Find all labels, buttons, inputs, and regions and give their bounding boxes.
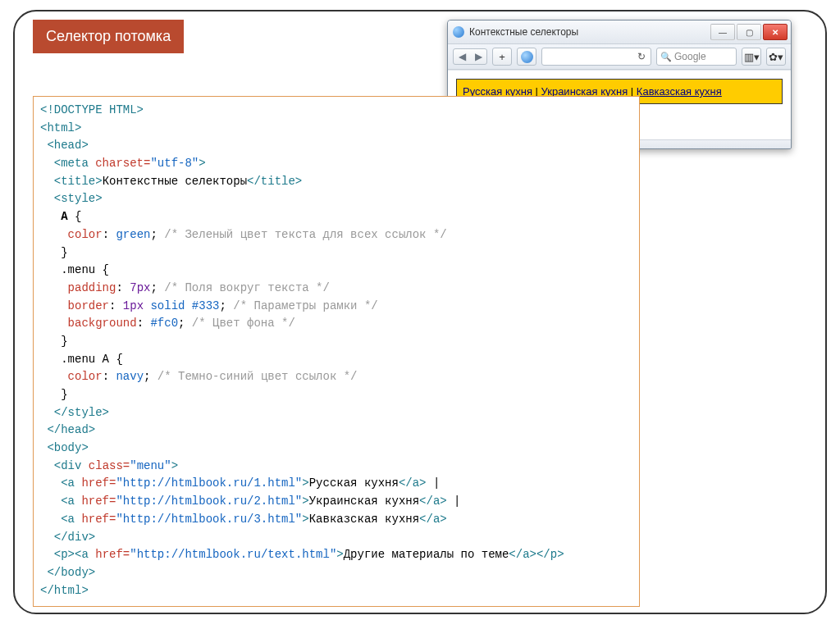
favicon-icon: [453, 26, 464, 38]
globe-icon: [521, 51, 533, 63]
nav-buttons: ◀ ▶: [453, 48, 487, 65]
browser-titlebar: Контекстные селекторы — ▢ ✕: [448, 21, 791, 44]
slide-title: Селектор потомка: [33, 20, 184, 53]
search-box[interactable]: 🔍 Google: [656, 48, 737, 66]
close-button[interactable]: ✕: [763, 24, 788, 40]
window-title: Контекстные селекторы: [469, 26, 710, 38]
address-bar[interactable]: ↻: [541, 48, 651, 66]
home-button[interactable]: [517, 48, 536, 66]
browser-toolbar: ◀ ▶ + ↻ 🔍 Google ▥▾ ✿▾: [448, 44, 791, 70]
settings-button[interactable]: ✿▾: [766, 48, 786, 66]
page-action-button[interactable]: ▥▾: [742, 48, 761, 66]
reload-icon[interactable]: ↻: [637, 51, 646, 62]
back-button[interactable]: ◀: [454, 49, 470, 64]
minimize-button[interactable]: —: [710, 24, 735, 40]
search-icon: 🔍: [660, 52, 672, 62]
search-placeholder: Google: [674, 51, 706, 62]
code-listing: <!DOCTYPE HTML> <html> <head> <meta char…: [40, 102, 632, 599]
menu-link-3[interactable]: Кавказская кухня: [637, 85, 722, 98]
window-buttons: — ▢ ✕: [710, 24, 788, 40]
maximize-button[interactable]: ▢: [737, 24, 761, 40]
forward-button[interactable]: ▶: [470, 49, 486, 64]
slide-page: Селектор потомка Контекстные селекторы —…: [0, 0, 840, 629]
add-tab-button[interactable]: +: [492, 48, 512, 66]
code-box: <!DOCTYPE HTML> <html> <head> <meta char…: [33, 96, 640, 607]
